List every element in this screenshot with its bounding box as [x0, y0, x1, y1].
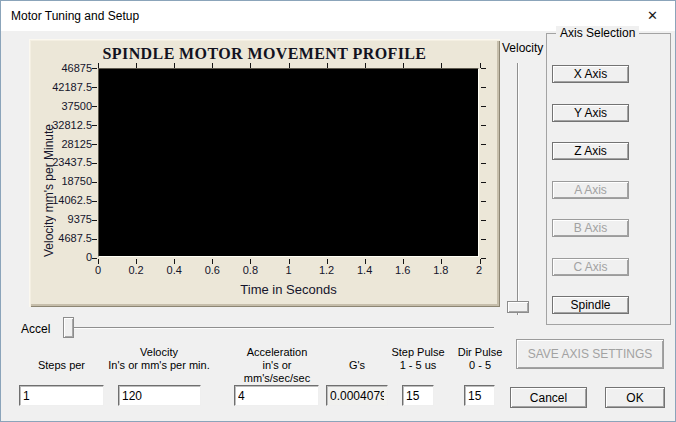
velocity-field-label: VelocityIn's or mm's per min. — [106, 346, 212, 372]
accel-slider-thumb[interactable] — [63, 317, 74, 338]
tick-mark — [365, 63, 366, 68]
tick-mark — [92, 182, 97, 183]
y-tick-label: 18750 — [61, 175, 92, 187]
x-tick-label: 0.4 — [155, 264, 193, 277]
gs-label: G's — [326, 359, 388, 372]
tick-mark — [92, 106, 97, 107]
tick-mark — [92, 163, 97, 164]
tick-mark — [92, 125, 97, 126]
y-tick-label: 4687.5 — [58, 232, 92, 244]
tick-mark — [481, 106, 486, 107]
velocity-slider-thumb[interactable] — [507, 301, 529, 313]
save-axis-settings-button: SAVE AXIS SETTINGS — [516, 339, 664, 369]
x-tick-label: 0.6 — [193, 264, 231, 277]
axis-selection-group: Axis Selection X Axis Y Axis Z Axis A Ax… — [546, 33, 671, 325]
tick-mark — [174, 63, 175, 68]
tick-mark — [92, 258, 97, 259]
tick-mark — [481, 201, 486, 202]
y-tick-label: 14062.5 — [52, 194, 92, 206]
tick-mark — [92, 239, 97, 240]
tick-mark — [92, 144, 97, 145]
x-axis-button[interactable]: X Axis — [552, 65, 629, 83]
y-axis-button[interactable]: Y Axis — [552, 104, 629, 122]
chart-panel: SPINDLE MOTOR MOVEMENT PROFILE 468754218… — [29, 39, 500, 307]
tick-mark — [92, 87, 97, 88]
b-axis-button: B Axis — [552, 219, 629, 237]
x-tick-label: 2 — [460, 264, 498, 277]
window-title: Motor Tuning and Setup — [11, 1, 139, 31]
z-axis-button[interactable]: Z Axis — [552, 142, 629, 160]
step-pulse-input[interactable] — [402, 385, 434, 406]
x-tick-label: 0.2 — [117, 264, 155, 277]
tick-mark — [250, 63, 251, 68]
x-tick-label: 0 — [79, 264, 117, 277]
motor-tuning-dialog: Motor Tuning and Setup ✕ SPINDLE MOTOR M… — [0, 0, 676, 422]
y-tick-label: 28125 — [61, 138, 92, 150]
tick-mark — [481, 239, 486, 240]
x-tick-label: 1 — [269, 264, 307, 277]
steps-per-label: Steps per — [19, 359, 104, 372]
step-pulse-label: Step Pulse1 - 5 us — [387, 346, 449, 372]
tick-mark — [481, 125, 486, 126]
gs-value-display — [326, 385, 388, 406]
chart-title: SPINDLE MOTOR MOVEMENT PROFILE — [29, 45, 500, 63]
velocity-slider-track[interactable] — [517, 63, 519, 315]
tick-mark — [212, 63, 213, 68]
x-tick-labels: 00.20.40.60.811.21.41.61.82 — [79, 264, 498, 277]
dir-pulse-label: Dir Pulse0 - 5 — [449, 346, 511, 372]
tick-mark — [289, 63, 290, 68]
x-tick-label: 1.6 — [384, 264, 422, 277]
axis-selection-title: Axis Selection — [556, 26, 639, 40]
tick-mark — [98, 63, 99, 68]
steps-per-input[interactable] — [19, 385, 104, 406]
acceleration-input[interactable] — [234, 385, 319, 406]
x-axis-ticks-top — [98, 63, 480, 68]
x-tick-label: 1.2 — [308, 264, 346, 277]
y-tick-label: 0 — [86, 251, 92, 263]
tick-mark — [481, 144, 486, 145]
accel-slider-track[interactable] — [63, 327, 494, 329]
y-tick-label: 23437.5 — [52, 156, 92, 168]
y-axis-ticks-right — [481, 68, 486, 258]
y-tick-label: 9375 — [68, 213, 92, 225]
tick-mark — [480, 63, 481, 68]
y-tick-label: 42187.5 — [52, 81, 92, 93]
y-axis-ticks-left — [92, 68, 97, 258]
x-tick-label: 1.8 — [422, 264, 460, 277]
x-tick-label: 1.4 — [346, 264, 384, 277]
tick-mark — [136, 63, 137, 68]
tick-mark — [92, 201, 97, 202]
acceleration-field-label: Accelerationin's or mm's/sec/sec — [228, 346, 326, 385]
tick-mark — [403, 63, 404, 68]
y-tick-label: 32812.5 — [52, 119, 92, 131]
velocity-slider-label: Velocity — [502, 41, 543, 55]
cancel-button[interactable]: Cancel — [510, 387, 587, 408]
a-axis-button: A Axis — [552, 181, 629, 199]
tick-mark — [441, 63, 442, 68]
tick-mark — [481, 258, 486, 259]
velocity-input[interactable] — [118, 385, 201, 406]
tick-mark — [481, 163, 486, 164]
tick-mark — [92, 68, 97, 69]
x-tick-label: 0.8 — [231, 264, 269, 277]
tick-mark — [92, 220, 97, 221]
tick-mark — [481, 68, 486, 69]
accel-slider-label: Accel — [21, 322, 50, 336]
x-axis-title: Time in Seconds — [98, 282, 479, 297]
y-tick-label: 46875 — [61, 62, 92, 74]
y-axis-title: Velocity mm's per Minute — [42, 68, 56, 257]
c-axis-button: C Axis — [552, 258, 629, 276]
tick-mark — [327, 63, 328, 68]
y-tick-label: 37500 — [61, 100, 92, 112]
ok-button[interactable]: OK — [605, 387, 665, 408]
spindle-button[interactable]: Spindle — [552, 296, 629, 314]
plot-area — [98, 68, 479, 257]
dir-pulse-input[interactable] — [464, 385, 495, 406]
tick-mark — [481, 182, 486, 183]
tick-mark — [481, 87, 486, 88]
tick-mark — [481, 220, 486, 221]
